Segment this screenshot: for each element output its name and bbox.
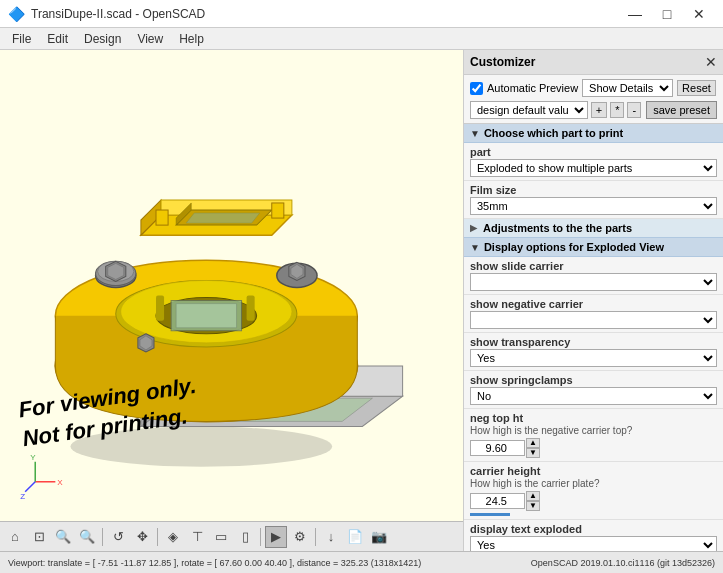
viewport[interactable]: X Y Z For viewing only. Not for printing… (0, 50, 463, 551)
menu-view[interactable]: View (129, 30, 171, 48)
zoom-in-button[interactable]: 🔍 (52, 526, 74, 548)
preset-select[interactable]: design default values (470, 101, 588, 119)
neg-top-ht-spin: ▲ ▼ (526, 438, 540, 458)
close-button[interactable]: ✕ (683, 0, 715, 28)
preset-edit-button[interactable]: * (610, 102, 624, 118)
menu-edit[interactable]: Edit (39, 30, 76, 48)
field-show-transparency: show transparency Yes No (464, 333, 723, 371)
section-choose-part[interactable]: ▼ Choose which part to print (464, 124, 723, 143)
export-stl-button[interactable]: ↓ (320, 526, 342, 548)
show-details-select[interactable]: Show Details (582, 79, 673, 97)
field-show-springclamps-control: No Yes (470, 387, 717, 405)
scene[interactable]: X Y Z For viewing only. Not for printing… (0, 50, 463, 521)
neg-top-ht-down[interactable]: ▼ (526, 448, 540, 458)
field-show-slide-carrier: show slide carrier (464, 257, 723, 295)
menu-file[interactable]: File (4, 30, 39, 48)
viewport-toolbar: ⌂ ⊡ 🔍 🔍 ↺ ✥ ◈ ⊤ ▭ ▯ ▶ ⚙ ↓ 📄 📷 (0, 521, 463, 551)
rotate-button[interactable]: ↺ (107, 526, 129, 548)
neg-top-ht-input[interactable] (470, 440, 525, 456)
field-show-negative-carrier-control (470, 311, 717, 329)
maximize-button[interactable]: □ (651, 0, 683, 28)
section-adjustments[interactable]: ▶ Adjustments to the the parts (464, 219, 723, 238)
field-film-size-control: 35mm (470, 197, 717, 215)
app-icon: 🔷 (8, 6, 25, 22)
field-display-text-exploded-label: display text exploded (470, 523, 717, 535)
field-show-springclamps: show springclamps No Yes (464, 371, 723, 409)
neg-top-ht-up[interactable]: ▲ (526, 438, 540, 448)
minimize-button[interactable]: — (619, 0, 651, 28)
section-adjustments-arrow: ▶ (470, 223, 477, 233)
reset-button[interactable]: Reset (677, 80, 716, 96)
section-choose-part-label: Choose which part to print (484, 127, 623, 139)
top-button[interactable]: ⊤ (186, 526, 208, 548)
film-size-select[interactable]: 35mm (470, 197, 717, 215)
zoom-fit-button[interactable]: ⊡ (28, 526, 50, 548)
perspective-button[interactable]: ◈ (162, 526, 184, 548)
field-film-size-label: Film size (470, 184, 717, 196)
titlebar-left: 🔷 TransiDupe-II.scad - OpenSCAD (8, 6, 205, 22)
field-carrier-height-desc: How high is the carrier plate? (470, 478, 717, 489)
field-show-slide-carrier-control (470, 273, 717, 291)
menu-design[interactable]: Design (76, 30, 129, 48)
status-left: Viewport: translate = [ -7.51 -11.87 12.… (8, 558, 421, 568)
field-carrier-height: carrier height How high is the carrier p… (464, 462, 723, 520)
carrier-height-indicator (470, 513, 510, 516)
render-preview-button[interactable]: ▶ (265, 526, 287, 548)
svg-text:Z: Z (20, 492, 25, 501)
carrier-height-input[interactable] (470, 493, 525, 509)
reset-view-button[interactable]: ⌂ (4, 526, 26, 548)
svg-text:Y: Y (30, 453, 36, 462)
field-part-control: Exploded to show multiple parts (470, 159, 717, 177)
carrier-height-up[interactable]: ▲ (526, 491, 540, 501)
separator-2 (157, 528, 158, 546)
menubar: File Edit Design View Help (0, 28, 723, 50)
section-adjustments-label: Adjustments to the the parts (483, 222, 632, 234)
show-slide-carrier-select[interactable] (470, 273, 717, 291)
zoom-out-button[interactable]: 🔍 (76, 526, 98, 548)
left-button[interactable]: ▯ (234, 526, 256, 548)
svg-rect-24 (156, 296, 164, 321)
svg-marker-13 (176, 304, 236, 328)
field-display-text-exploded-control: Yes No (470, 536, 717, 551)
customizer-close-button[interactable]: ✕ (705, 54, 717, 70)
main-area: X Y Z For viewing only. Not for printing… (0, 50, 723, 551)
field-show-transparency-label: show transparency (470, 336, 717, 348)
customizer-toolbar: Automatic Preview Show Details Reset des… (464, 75, 723, 124)
render-full-button[interactable]: ⚙ (289, 526, 311, 548)
customizer-header: Customizer ✕ (464, 50, 723, 75)
carrier-height-down[interactable]: ▼ (526, 501, 540, 511)
customizer-body[interactable]: ▼ Choose which part to print part Explod… (464, 124, 723, 551)
preset-row: design default values + * - save preset (470, 101, 717, 119)
auto-preview-checkbox[interactable] (470, 82, 483, 95)
menu-help[interactable]: Help (171, 30, 212, 48)
section-display-options[interactable]: ▼ Display options for Exploded View (464, 238, 723, 257)
separator-3 (260, 528, 261, 546)
customizer-panel: Customizer ✕ Automatic Preview Show Deta… (463, 50, 723, 551)
field-display-text-exploded: display text exploded Yes No (464, 520, 723, 551)
display-text-exploded-select[interactable]: Yes No (470, 536, 717, 551)
auto-preview-label: Automatic Preview (487, 82, 578, 94)
titlebar-controls: — □ ✕ (619, 0, 715, 28)
field-neg-top-ht: neg top ht How high is the negative carr… (464, 409, 723, 462)
field-neg-top-ht-desc: How high is the negative carrier top? (470, 425, 717, 436)
preset-add-button[interactable]: + (591, 102, 607, 118)
pan-button[interactable]: ✥ (131, 526, 153, 548)
svg-rect-25 (247, 296, 255, 321)
part-select[interactable]: Exploded to show multiple parts (470, 159, 717, 177)
show-springclamps-select[interactable]: No Yes (470, 387, 717, 405)
front-button[interactable]: ▭ (210, 526, 232, 548)
show-negative-carrier-select[interactable] (470, 311, 717, 329)
field-neg-top-ht-control: ▲ ▼ (470, 438, 717, 458)
field-neg-top-ht-label: neg top ht (470, 412, 717, 424)
screenshot-button[interactable]: 📷 (368, 526, 390, 548)
save-preset-button[interactable]: save preset (646, 101, 717, 119)
show-transparency-select[interactable]: Yes No (470, 349, 717, 367)
scene-svg: X Y Z (0, 50, 463, 521)
preset-minus-button[interactable]: - (627, 102, 641, 118)
export-button-2[interactable]: 📄 (344, 526, 366, 548)
svg-text:X: X (57, 478, 63, 487)
section-choose-part-arrow: ▼ (470, 128, 480, 139)
field-carrier-height-label: carrier height (470, 465, 717, 477)
customizer-title: Customizer (470, 55, 535, 69)
titlebar: 🔷 TransiDupe-II.scad - OpenSCAD — □ ✕ (0, 0, 723, 28)
